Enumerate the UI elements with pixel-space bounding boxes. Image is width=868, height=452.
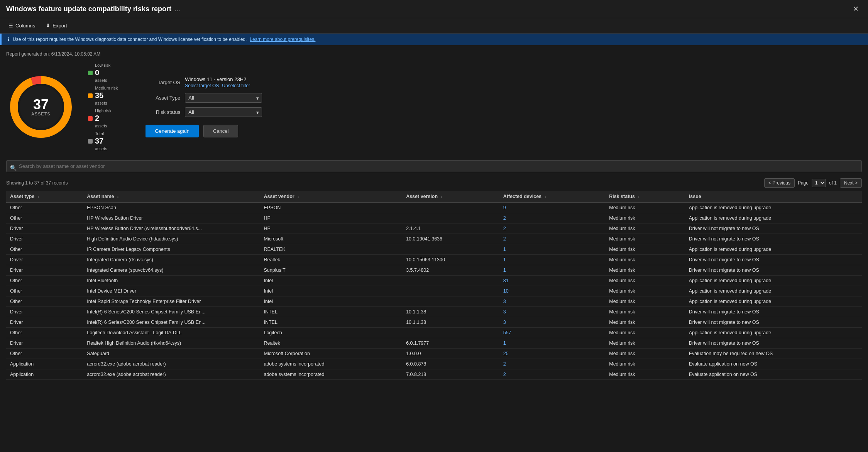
- cell-issue: Application is removed during upgrade: [685, 276, 862, 286]
- col-asset-name[interactable]: Asset name ↕: [83, 191, 260, 203]
- legend: Low risk 0 assets Medium risk 35 assets …: [88, 63, 118, 151]
- page-select[interactable]: 1: [812, 179, 826, 187]
- col-issue[interactable]: Issue: [685, 191, 862, 203]
- cell-asset-vendor: EPSON: [260, 203, 402, 213]
- cell-affected-devices[interactable]: 2: [499, 223, 606, 234]
- cell-affected-devices[interactable]: 2: [499, 213, 606, 223]
- cell-affected-devices[interactable]: 2: [499, 234, 606, 244]
- cell-asset-vendor: Intel: [260, 286, 402, 296]
- unselect-filter-link[interactable]: Unselect filter: [222, 83, 250, 88]
- cell-issue: Driver will not migrate to new OS: [685, 265, 862, 276]
- table-header-row: Asset type ↕ Asset name ↕ Asset vendor ↕…: [6, 191, 862, 203]
- assets-label: ASSETS: [31, 112, 50, 116]
- cell-asset-name: Integrated Camera (rtsuvc.sys): [83, 255, 260, 265]
- table-row: Application acrord32.exe (adobe acrobat …: [6, 369, 862, 380]
- legend-total: Total 37 assets: [88, 131, 118, 151]
- asset-type-select[interactable]: All Driver Application Other: [185, 93, 262, 103]
- close-button[interactable]: ✕: [850, 4, 862, 14]
- cell-affected-devices[interactable]: 3: [499, 317, 606, 328]
- asset-type-label: Asset Type: [146, 95, 180, 101]
- low-risk-label: Low risk: [95, 63, 110, 68]
- medium-risk-label: Medium risk: [95, 86, 118, 90]
- columns-button[interactable]: ☰ Columns: [6, 21, 37, 30]
- cell-affected-devices[interactable]: 3: [499, 307, 606, 317]
- cell-affected-devices[interactable]: 1: [499, 255, 606, 265]
- cell-asset-name: acrord32.exe (adobe acrobat reader): [83, 359, 260, 369]
- cell-asset-type: Driver: [6, 317, 83, 328]
- medium-risk-dot: [88, 93, 93, 98]
- learn-more-link[interactable]: Learn more about prerequisites.: [250, 37, 315, 42]
- cell-asset-version: 3.5.7.4802: [402, 265, 499, 276]
- cell-asset-vendor: Microsoft Corporation: [260, 349, 402, 359]
- cell-asset-type: Other: [6, 276, 83, 286]
- col-affected-devices[interactable]: Affected devices ↕: [499, 191, 606, 203]
- cancel-button[interactable]: Cancel: [203, 125, 238, 137]
- risk-status-select[interactable]: All Medium risk High risk Low risk: [185, 107, 262, 117]
- cell-asset-type: Driver: [6, 307, 83, 317]
- cell-affected-devices[interactable]: 3: [499, 296, 606, 307]
- cell-asset-name: acrord32.exe (adobe acrobat reader): [83, 369, 260, 380]
- info-icon: ℹ: [8, 37, 10, 42]
- cell-asset-name: Intel(R) 6 Series/C200 Series Chipset Fa…: [83, 307, 260, 317]
- cell-asset-type: Driver: [6, 338, 83, 349]
- cell-asset-vendor: Logitech: [260, 328, 402, 338]
- cell-affected-devices[interactable]: 10: [499, 286, 606, 296]
- cell-affected-devices[interactable]: 1: [499, 338, 606, 349]
- cell-affected-devices[interactable]: 1: [499, 265, 606, 276]
- table-row: Other Intel Rapid Storage Technolgy Ente…: [6, 296, 862, 307]
- table-row: Driver Integrated Camera (spuvcbv64.sys)…: [6, 265, 862, 276]
- cell-affected-devices[interactable]: 25: [499, 349, 606, 359]
- cell-affected-devices[interactable]: 2: [499, 369, 606, 380]
- select-target-link[interactable]: Select target OS: [185, 83, 219, 88]
- export-button[interactable]: ⬇ Export: [44, 21, 69, 30]
- cell-issue: Application is removed during upgrade: [685, 296, 862, 307]
- cell-asset-version: [402, 286, 499, 296]
- previous-button[interactable]: < Previous: [764, 178, 795, 188]
- info-text: Use of this report requires the Windows …: [13, 37, 247, 42]
- cell-risk-status: Medium risk: [605, 317, 685, 328]
- cell-asset-version: 1.0.0.0: [402, 349, 499, 359]
- cell-risk-status: Medium risk: [605, 265, 685, 276]
- more-options-icon[interactable]: ...: [174, 5, 180, 13]
- records-count: Showing 1 to 37 of 37 records: [6, 180, 68, 186]
- cell-affected-devices[interactable]: 9: [499, 203, 606, 213]
- action-buttons: Generate again Cancel: [146, 125, 262, 137]
- cell-issue: Evaluate application on new OS: [685, 359, 862, 369]
- col-asset-type[interactable]: Asset type ↕: [6, 191, 83, 203]
- cell-issue: Application is removed during upgrade: [685, 286, 862, 296]
- table-row: Driver High Definition Audio Device (hda…: [6, 234, 862, 244]
- cell-asset-type: Other: [6, 213, 83, 223]
- col-risk-status[interactable]: Risk status ↕: [605, 191, 685, 203]
- cell-risk-status: Medium risk: [605, 328, 685, 338]
- cell-risk-status: Medium risk: [605, 234, 685, 244]
- table-row: Other IR Camera Driver Legacy Components…: [6, 244, 862, 255]
- risk-status-label: Risk status: [146, 109, 180, 115]
- cell-affected-devices[interactable]: 2: [499, 359, 606, 369]
- low-risk-assets: assets: [95, 78, 110, 83]
- cell-asset-vendor: SunplusIT: [260, 265, 402, 276]
- cell-asset-version: 10.0.19041.3636: [402, 234, 499, 244]
- sort-icon-asset-type: ↕: [37, 195, 39, 199]
- legend-medium-risk: Medium risk 35 assets: [88, 86, 118, 105]
- cell-asset-version: 2.1.4.1: [402, 223, 499, 234]
- col-asset-vendor[interactable]: Asset vendor ↕: [260, 191, 402, 203]
- generate-again-button[interactable]: Generate again: [146, 125, 199, 137]
- total-assets-label: assets: [95, 146, 107, 151]
- col-asset-version[interactable]: Asset version ↕: [402, 191, 499, 203]
- low-risk-dot: [88, 71, 93, 75]
- cell-affected-devices[interactable]: 557: [499, 328, 606, 338]
- search-input[interactable]: [6, 160, 862, 172]
- cell-affected-devices[interactable]: 1: [499, 244, 606, 255]
- cell-asset-vendor: Intel: [260, 276, 402, 286]
- cell-asset-version: [402, 296, 499, 307]
- cell-asset-version: [402, 276, 499, 286]
- table-row: Other Intel Device MEI Driver Intel 10 M…: [6, 286, 862, 296]
- low-risk-count: 0: [95, 68, 110, 77]
- cell-asset-type: Driver: [6, 265, 83, 276]
- cell-asset-vendor: Microsoft: [260, 234, 402, 244]
- cell-asset-type: Other: [6, 203, 83, 213]
- sort-icon-risk-status: ↕: [638, 195, 640, 199]
- cell-affected-devices[interactable]: 81: [499, 276, 606, 286]
- table-row: Other Logitech Download Assistant - Logi…: [6, 328, 862, 338]
- next-button[interactable]: Next >: [840, 178, 862, 188]
